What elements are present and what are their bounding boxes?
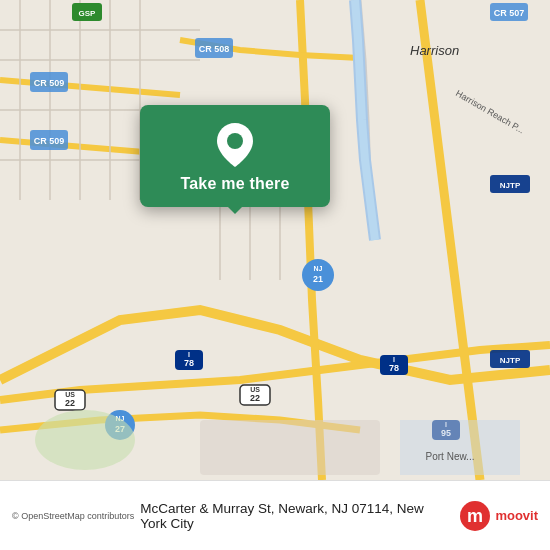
svg-text:21: 21 [313,274,323,284]
svg-text:Port New...: Port New... [426,451,475,462]
map-container: CR 509 CR 509 CR 508 CR 60 Harrison Harr… [0,0,550,480]
svg-text:CR 507: CR 507 [494,8,525,18]
svg-rect-55 [200,420,380,475]
svg-text:GSP: GSP [79,9,97,18]
svg-rect-56 [400,420,520,475]
svg-point-54 [35,410,135,470]
svg-text:US: US [65,391,75,398]
svg-text:78: 78 [389,363,399,373]
map-background: CR 509 CR 509 CR 508 CR 60 Harrison Harr… [0,0,550,480]
svg-text:I: I [393,356,395,363]
address-label: McCarter & Murray St, Newark, NJ 07114, … [140,501,451,531]
moovit-label: moovit [495,508,538,523]
svg-text:78: 78 [184,358,194,368]
footer-bar: © OpenStreetMap contributors McCarter & … [0,480,550,550]
svg-text:22: 22 [250,393,260,403]
svg-text:NJTP: NJTP [500,356,521,365]
location-pin-icon [217,123,253,167]
svg-text:NJ: NJ [314,265,323,272]
svg-text:NJTP: NJTP [500,181,521,190]
svg-text:I: I [188,351,190,358]
svg-text:US: US [250,386,260,393]
svg-text:CR 508: CR 508 [199,44,230,54]
svg-text:Harrison: Harrison [410,43,459,58]
svg-text:m: m [467,506,483,526]
moovit-logo-icon: m [459,500,491,532]
take-me-there-button[interactable]: Take me there [180,175,289,193]
svg-point-58 [227,133,243,149]
moovit-badge: m moovit [459,500,538,532]
osm-credit: © OpenStreetMap contributors [12,511,134,521]
svg-text:CR 509: CR 509 [34,136,65,146]
svg-text:CR 509: CR 509 [34,78,65,88]
svg-text:22: 22 [65,398,75,408]
navigation-popup[interactable]: Take me there [140,105,330,207]
